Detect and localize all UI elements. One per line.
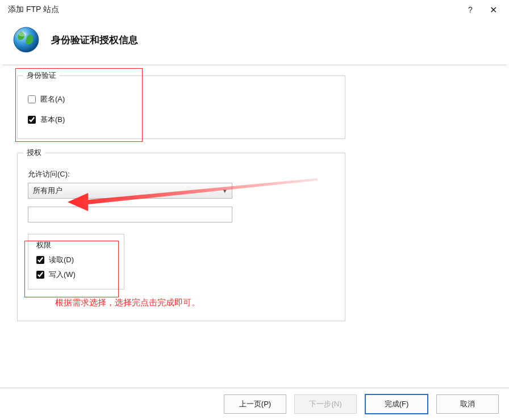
authentication-group: 身份验证 匿名(A) 基本(B) <box>17 75 345 139</box>
window-title: 添加 FTP 站点 <box>8 5 459 15</box>
chevron-down-icon: ▾ <box>218 187 232 195</box>
write-checkbox[interactable] <box>36 271 44 279</box>
content-area: 身份验证 匿名(A) 基本(B) 授权 允许访问(C): 所有用户 ▾ <box>0 65 509 345</box>
authorization-textbox[interactable] <box>28 207 232 222</box>
allow-access-value: 所有用户 <box>33 186 218 196</box>
anonymous-checkbox-row[interactable]: 匿名(A) <box>28 94 335 104</box>
next-button: 下一步(N) <box>294 394 357 414</box>
annotation-note: 根据需求选择，选择完点击完成即可。 <box>55 297 335 308</box>
previous-button-label: 上一页(P) <box>239 399 271 409</box>
write-checkbox-row[interactable]: 写入(W) <box>36 270 116 280</box>
authentication-legend: 身份验证 <box>23 70 60 81</box>
next-button-label: 下一步(N) <box>309 399 341 409</box>
finish-button[interactable]: 完成(F) <box>365 394 428 414</box>
read-checkbox-row[interactable]: 读取(D) <box>36 255 116 265</box>
write-label: 写入(W) <box>49 270 76 280</box>
anonymous-label: 匿名(A) <box>40 94 65 104</box>
basic-checkbox-row[interactable]: 基本(B) <box>28 115 335 125</box>
help-button[interactable]: ? <box>459 5 482 14</box>
globe-icon <box>11 25 41 54</box>
header-band: 身份验证和授权信息 <box>0 19 509 65</box>
cancel-button[interactable]: 取消 <box>436 394 499 414</box>
authorization-group: 授权 允许访问(C): 所有用户 ▾ 权限 读取(D) 写入(W) <box>17 153 345 321</box>
finish-button-label: 完成(F) <box>385 399 409 409</box>
title-bar: 添加 FTP 站点 ? ✕ <box>0 0 509 19</box>
read-checkbox[interactable] <box>36 256 44 264</box>
close-button[interactable]: ✕ <box>482 5 504 15</box>
dialog-window: 添加 FTP 站点 ? ✕ 身份验证和授权信息 身份验证 <box>0 0 509 420</box>
read-label: 读取(D) <box>49 255 74 265</box>
anonymous-checkbox[interactable] <box>28 95 36 103</box>
button-bar: 上一页(P) 下一步(N) 完成(F) 取消 <box>0 388 509 420</box>
basic-label: 基本(B) <box>40 115 65 125</box>
allow-access-label: 允许访问(C): <box>28 169 335 179</box>
authorization-legend: 授权 <box>23 148 45 158</box>
previous-button[interactable]: 上一页(P) <box>224 394 286 414</box>
page-title: 身份验证和授权信息 <box>51 33 138 47</box>
cancel-button-label: 取消 <box>460 399 475 409</box>
svg-point-1 <box>18 32 27 36</box>
permissions-legend: 权限 <box>36 241 51 249</box>
permissions-group: 权限 读取(D) 写入(W) <box>28 234 124 289</box>
allow-access-dropdown[interactable]: 所有用户 ▾ <box>28 183 232 199</box>
basic-checkbox[interactable] <box>28 116 36 124</box>
